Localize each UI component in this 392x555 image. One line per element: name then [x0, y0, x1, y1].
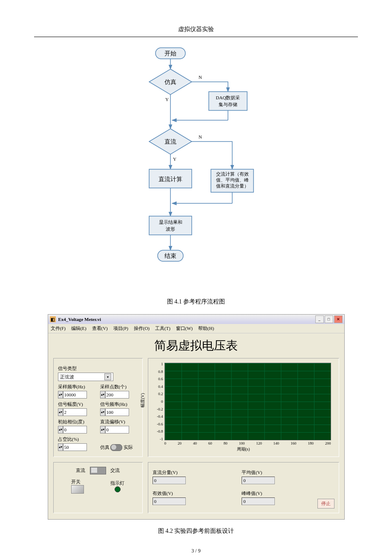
- real-label: 实际: [124, 445, 133, 450]
- sample-rate-input[interactable]: 10000: [63, 391, 87, 399]
- menu-operate[interactable]: 操作(O): [134, 326, 150, 331]
- menu-project[interactable]: 项目(P): [113, 326, 128, 331]
- switch-label: 开关: [71, 479, 84, 485]
- indicator-led: [115, 486, 121, 492]
- svg-text:N: N: [199, 134, 202, 139]
- pp-label: 峰峰值(V): [242, 490, 314, 497]
- x-axis-label: 周期(s): [153, 446, 334, 452]
- page-number: 3 / 9: [34, 548, 358, 554]
- dc-comp-label: 直流分量(V): [153, 469, 225, 476]
- svg-text:显示结果和: 显示结果和: [159, 220, 182, 225]
- caption-panel: 图 4.2 实验四参考前面板设计: [34, 527, 358, 535]
- power-switch[interactable]: [71, 485, 84, 494]
- sample-count-input[interactable]: 200: [105, 391, 129, 399]
- dc-label: 直流: [76, 468, 85, 473]
- menu-help[interactable]: 帮助(H): [198, 326, 214, 331]
- sample-count-label: 采样点数(个): [100, 384, 138, 390]
- svg-text:开始: 开始: [164, 50, 176, 57]
- dc-offset-input[interactable]: 0: [105, 426, 129, 434]
- svg-text:直流计算: 直流计算: [159, 176, 182, 182]
- spin-icon[interactable]: ▴▾: [100, 391, 105, 399]
- led-label: 指示灯: [110, 480, 124, 486]
- svg-text:波形: 波形: [166, 226, 175, 231]
- ac-label: 交流: [110, 468, 120, 473]
- svg-text:DAQ数据采: DAQ数据采: [216, 95, 240, 100]
- rms-output: 0: [153, 497, 186, 505]
- close-button[interactable]: ✕: [334, 315, 343, 323]
- init-phase-label: 初始相位(度): [58, 419, 96, 425]
- spin-icon[interactable]: ▴▾: [58, 426, 63, 434]
- svg-text:Y: Y: [173, 156, 176, 162]
- svg-text:N: N: [199, 75, 202, 80]
- spin-icon[interactable]: ▴▾: [58, 408, 63, 416]
- y-axis-label: 幅度(V): [140, 393, 146, 408]
- stop-button[interactable]: 停止: [317, 499, 334, 509]
- app-icon: ◧: [50, 316, 56, 322]
- menu-window[interactable]: 窗口(W): [176, 326, 193, 331]
- duty-input[interactable]: 50: [63, 443, 87, 451]
- signal-type-label: 信号类型: [58, 365, 138, 372]
- sim-label: 仿真: [100, 445, 110, 450]
- signal-type-select[interactable]: 正弦波▾: [58, 373, 113, 381]
- minimize-button[interactable]: _: [315, 315, 324, 323]
- page-header: 虚拟仪器实验: [34, 26, 358, 33]
- waveform-chart[interactable]: 10.80.60.40.20-0.2-0.4-0.6-0.8-1: [164, 363, 331, 440]
- app-title: 简易虚拟电压表: [53, 338, 339, 354]
- labview-window: ◧ Ex4_Voltage Meter.vi _ □ ✕ 文件(F) 编辑(E)…: [48, 314, 345, 520]
- signal-freq-input[interactable]: 100: [105, 408, 129, 416]
- menu-edit[interactable]: 编辑(E): [71, 326, 86, 331]
- caption-flowchart: 图 4.1 参考程序流程图: [34, 298, 358, 306]
- dc-comp-output: 0: [153, 477, 186, 484]
- chevron-down-icon[interactable]: ▾: [104, 373, 111, 380]
- avg-output: 0: [242, 477, 275, 484]
- dc-ac-slider[interactable]: [90, 467, 106, 474]
- signal-amp-input[interactable]: 2: [63, 408, 87, 416]
- spin-icon[interactable]: ▴▾: [100, 408, 105, 416]
- menu-view[interactable]: 查看(V): [92, 326, 108, 331]
- svg-text:仿真: 仿真: [164, 79, 176, 85]
- svg-rect-19: [149, 216, 192, 235]
- spin-icon[interactable]: ▴▾: [100, 426, 105, 434]
- signal-amp-label: 信号幅度(V): [58, 401, 96, 408]
- svg-text:直流: 直流: [164, 139, 176, 145]
- signal-freq-label: 信号频率(Hz): [100, 401, 138, 408]
- flowchart: .sh{fill:#e8eef4;stroke:#5a8ab8;stroke-w…: [34, 46, 358, 293]
- spin-icon[interactable]: ▴▾: [58, 443, 63, 451]
- menu-file[interactable]: 文件(F): [51, 326, 66, 331]
- y-ticks: 10.80.60.40.20-0.2-0.4-0.6-0.8-1: [153, 362, 163, 441]
- maximize-button[interactable]: □: [325, 315, 333, 323]
- output-panel: 直流分量(V)0 平均值(V)0 有效值(V)0 峰峰值(V)0 停止: [148, 462, 339, 513]
- window-title: Ex4_Voltage Meter.vi: [58, 317, 101, 322]
- sample-rate-label: 采样频率(Hz): [58, 384, 96, 390]
- duty-label: 占空比(%): [58, 436, 96, 442]
- chart-panel: 幅度(V) 10.80.60.40.20-0.2-0.4-0.6-0.8-1 0…: [148, 358, 339, 457]
- init-phase-input[interactable]: 0: [63, 426, 87, 434]
- svg-text:值、平均值、峰: 值、平均值、峰: [216, 177, 249, 182]
- svg-text:值和直流分量）: 值和直流分量）: [216, 183, 249, 188]
- pp-output: 0: [242, 497, 275, 505]
- svg-rect-4: [209, 92, 247, 110]
- spin-icon[interactable]: ▴▾: [58, 391, 63, 399]
- svg-text:交流计算（有效: 交流计算（有效: [216, 171, 249, 176]
- control-panel: 直流 交流 开关 指示灯: [53, 462, 143, 513]
- dc-offset-label: 直流偏移(V): [100, 419, 138, 425]
- inputs-panel: 信号类型 正弦波▾ 采样频率(Hz)▴▾10000 采样点数(个)▴▾200 信…: [53, 358, 143, 457]
- menubar[interactable]: 文件(F) 编辑(E) 查看(V) 项目(P) 操作(O) 工具(T) 窗口(W…: [48, 324, 344, 333]
- rms-label: 有效值(V): [153, 490, 225, 497]
- menu-tools[interactable]: 工具(T): [155, 326, 170, 331]
- sim-real-switch[interactable]: [110, 444, 122, 451]
- svg-text:Y: Y: [165, 97, 169, 102]
- avg-label: 平均值(V): [242, 469, 314, 476]
- header-rule: [34, 37, 358, 37]
- x-ticks: 020406080100120140160180200: [164, 441, 331, 445]
- svg-text:结束: 结束: [164, 253, 176, 259]
- svg-text:集与存储: 集与存储: [219, 102, 237, 107]
- titlebar: ◧ Ex4_Voltage Meter.vi _ □ ✕: [48, 315, 344, 324]
